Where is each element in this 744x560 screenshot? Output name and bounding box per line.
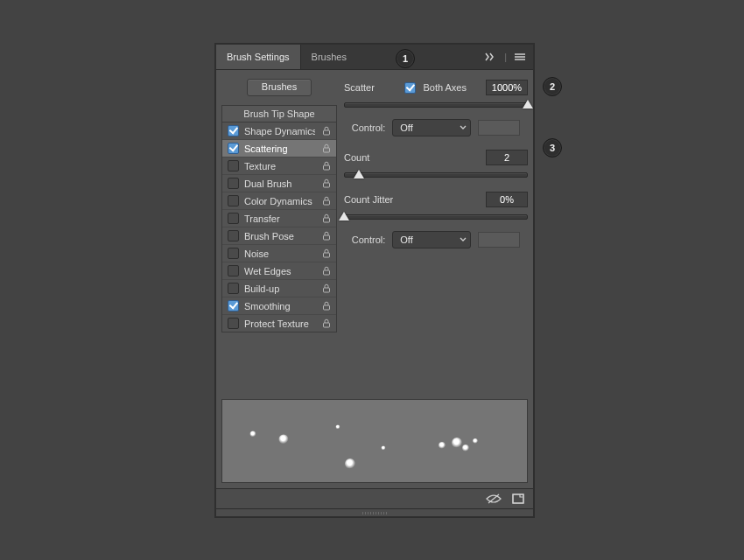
new-preset-icon[interactable]: [512, 494, 524, 504]
option-label: Shape Dynamics: [244, 126, 315, 136]
count-jitter-slider[interactable]: [344, 210, 528, 222]
lock-icon[interactable]: [320, 144, 333, 153]
option-row[interactable]: Brush Pose: [222, 228, 336, 245]
scatter-slider[interactable]: [344, 98, 528, 110]
brush-settings-panel: Brush Settings Brushes | Brushes Brush T…: [215, 44, 534, 517]
lock-icon[interactable]: [320, 248, 333, 258]
panel-menu-icon[interactable]: [514, 52, 526, 61]
jitter-control-value: [478, 232, 520, 248]
preview-dot: [336, 425, 340, 430]
option-row[interactable]: Smoothing: [222, 298, 336, 315]
scatter-input[interactable]: 1000%: [486, 80, 528, 95]
control-label: Control:: [352, 122, 386, 133]
option-row[interactable]: Protect Texture: [222, 315, 336, 332]
preview-dot: [382, 445, 386, 450]
svg-rect-2: [324, 165, 330, 170]
lock-icon[interactable]: [320, 318, 333, 328]
count-slider[interactable]: [344, 168, 528, 180]
lock-icon[interactable]: [320, 284, 333, 293]
option-row[interactable]: Build-up: [222, 280, 336, 298]
select-value: Off: [400, 122, 412, 133]
brush-preview: [221, 399, 528, 483]
option-row[interactable]: Wet Edges: [222, 262, 336, 280]
button-label: Brushes: [262, 81, 297, 92]
lock-icon[interactable]: [320, 126, 333, 136]
slider-thumb[interactable]: [354, 170, 364, 178]
option-checkbox[interactable]: [228, 195, 239, 206]
slider-thumb[interactable]: [339, 212, 349, 220]
callout-badge-2: 2: [543, 77, 562, 96]
preview-dot: [345, 458, 355, 469]
option-checkbox[interactable]: [228, 300, 239, 312]
lock-icon[interactable]: [320, 196, 333, 206]
svg-rect-3: [324, 183, 330, 187]
svg-rect-7: [324, 253, 330, 257]
left-column: Brushes Brush Tip Shape Shape DynamicsSc…: [221, 75, 337, 388]
callout-badge-1: 1: [396, 49, 415, 68]
svg-rect-11: [324, 323, 330, 327]
lock-icon[interactable]: [320, 214, 333, 223]
svg-rect-4: [324, 200, 330, 205]
svg-rect-13: [513, 494, 523, 503]
preview-dot: [278, 435, 288, 444]
lock-icon[interactable]: [320, 178, 333, 188]
option-checkbox[interactable]: [228, 125, 239, 136]
option-label: Transfer: [244, 214, 315, 224]
option-row[interactable]: Color Dynamics: [222, 192, 336, 210]
preview-dot: [462, 444, 469, 452]
option-label: Scattering: [244, 144, 315, 154]
option-checkbox[interactable]: [228, 265, 239, 276]
count-input[interactable]: 2: [486, 150, 528, 165]
scatter-control-select[interactable]: Off: [392, 119, 471, 136]
preview-dot: [249, 431, 256, 438]
option-row[interactable]: Noise: [222, 245, 336, 262]
option-checkbox[interactable]: [228, 283, 239, 294]
count-jitter-value: 0%: [500, 194, 514, 205]
count-jitter-label: Count Jitter: [344, 194, 393, 205]
control-label: Control:: [352, 234, 386, 245]
option-label: Smoothing: [244, 301, 315, 312]
resize-gripper[interactable]: [216, 508, 533, 516]
count-jitter-input[interactable]: 0%: [486, 192, 528, 207]
lock-icon[interactable]: [320, 161, 333, 171]
option-checkbox[interactable]: [228, 178, 239, 189]
jitter-control-select[interactable]: Off: [392, 231, 471, 248]
lock-icon[interactable]: [320, 266, 333, 276]
both-axes-checkbox[interactable]: [404, 82, 416, 94]
option-checkbox[interactable]: [228, 230, 239, 242]
chevron-down-icon: [460, 125, 467, 130]
lock-icon[interactable]: [320, 301, 333, 311]
list-header[interactable]: Brush Tip Shape: [222, 106, 336, 122]
scatter-label: Scatter: [344, 82, 375, 93]
tab-brushes[interactable]: Brushes: [301, 45, 358, 69]
right-column: Scatter Both Axes 1000% Control: Off: [344, 75, 528, 388]
option-checkbox[interactable]: [228, 160, 239, 172]
option-row[interactable]: Dual Brush: [222, 175, 336, 192]
svg-rect-1: [324, 148, 330, 152]
option-row[interactable]: Shape Dynamics: [222, 122, 336, 140]
option-row[interactable]: Texture: [222, 158, 336, 175]
option-label: Brush Pose: [244, 231, 315, 242]
svg-rect-14: [513, 494, 523, 503]
brushes-button[interactable]: Brushes: [247, 79, 312, 96]
chevron-down-icon: [460, 237, 467, 242]
toggle-preview-icon[interactable]: [486, 494, 502, 504]
callout-badge-3: 3: [543, 138, 562, 158]
option-checkbox[interactable]: [228, 248, 239, 259]
tab-label: Brushes: [312, 52, 347, 62]
collapse-icon[interactable]: [485, 52, 497, 61]
slider-thumb[interactable]: [523, 100, 533, 108]
option-row[interactable]: Transfer: [222, 210, 336, 228]
option-checkbox[interactable]: [228, 318, 239, 329]
lock-icon[interactable]: [320, 231, 333, 241]
option-checkbox[interactable]: [228, 143, 239, 154]
tab-brush-settings[interactable]: Brush Settings: [216, 45, 301, 69]
preview-dot: [473, 438, 478, 444]
scatter-value: 1000%: [492, 82, 522, 93]
option-checkbox[interactable]: [228, 213, 239, 224]
option-row[interactable]: Scattering: [222, 140, 336, 158]
both-axes-label: Both Axes: [423, 82, 467, 93]
header-label: Brush Tip Shape: [243, 108, 314, 119]
option-label: Texture: [244, 161, 315, 172]
scatter-control-value: [478, 120, 520, 136]
